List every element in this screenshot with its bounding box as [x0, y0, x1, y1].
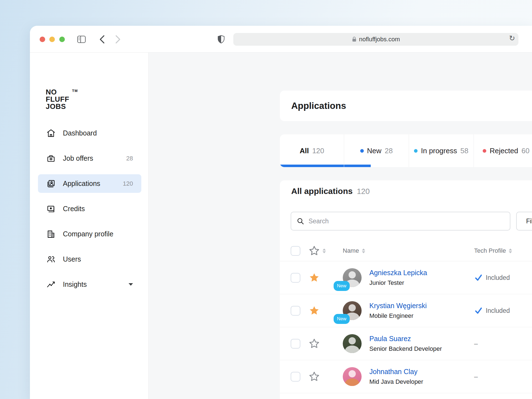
zoom-window-button[interactable] [59, 37, 65, 42]
sidebar-item-credits[interactable]: Credits [38, 200, 141, 218]
candidate-role: Mobile Engineer [369, 312, 427, 319]
sort-tech-profile[interactable] [509, 249, 512, 253]
applications-list-card: All applications 120 Filters Show only F… [280, 180, 532, 399]
tab-in-progress[interactable]: In progress 58 [409, 134, 474, 167]
new-badge: New [334, 281, 350, 291]
home-icon [46, 129, 56, 138]
tech-profile-empty: – [474, 373, 478, 380]
row-checkbox[interactable] [291, 372, 300, 382]
applications-count: 120 [123, 180, 133, 187]
sidebar-nav: Dashboard Job offers 28 Applications 120 [38, 124, 141, 300]
page-title: Applications [291, 101, 346, 111]
main-content: Applications All 120 New 28 In progress … [149, 53, 532, 399]
row-checkbox[interactable] [291, 306, 300, 316]
sidebar-item-users[interactable]: Users [38, 250, 141, 268]
in-progress-status-dot [414, 149, 418, 153]
briefcase-icon [46, 154, 56, 163]
table-body: New Agnieszka Lepicka Junior Tester Incl… [280, 261, 532, 399]
status-tabs: All 120 New 28 In progress 58 Rejected 6… [280, 134, 532, 167]
select-all-checkbox[interactable] [291, 246, 300, 256]
minimize-window-button[interactable] [49, 37, 55, 42]
candidate-name-link[interactable]: Krystian Węgierski [369, 302, 427, 310]
candidate-role: Junior Tester [369, 279, 427, 287]
tech-profile-empty: – [474, 340, 478, 347]
sidebar-item-applications[interactable]: Applications 120 [38, 174, 141, 193]
search-input-wrapper[interactable] [291, 212, 510, 231]
browser-window: nofluffjobs.com ↻ TM NO FLUFF JOBS Dashb… [30, 26, 532, 399]
included-check-icon [474, 273, 483, 282]
privacy-shield-icon[interactable] [217, 35, 226, 44]
search-input[interactable] [308, 218, 504, 225]
lock-icon [352, 36, 357, 42]
page-header-card: Applications [280, 91, 532, 121]
candidate-role: Mid Java Developer [369, 378, 423, 385]
new-badge: New [334, 314, 350, 324]
list-title: All applications [291, 186, 353, 196]
avatar: New [343, 301, 362, 320]
browser-chrome: nofluffjobs.com ↻ [30, 26, 532, 53]
candidate-name-link[interactable]: Paula Suarez [369, 335, 442, 343]
insights-icon [46, 280, 56, 289]
row-checkbox[interactable] [291, 339, 300, 349]
favorite-star-icon[interactable] [309, 305, 320, 316]
reload-icon[interactable]: ↻ [509, 34, 515, 42]
id-card-icon [46, 179, 56, 188]
row-checkbox[interactable] [291, 273, 300, 283]
favorite-star-icon[interactable] [309, 272, 320, 283]
forward-icon[interactable] [113, 35, 122, 44]
table-row[interactable]: New Krystian Węgierski Mobile Engineer I… [280, 294, 532, 327]
users-icon [46, 255, 56, 264]
filters-button[interactable]: Filters [516, 212, 532, 231]
candidate-name-link[interactable]: Agnieszka Lepicka [369, 269, 427, 277]
sidebar-item-insights[interactable]: Insights [38, 275, 141, 294]
avatar [343, 367, 362, 386]
sidebar-item-dashboard[interactable]: Dashboard [38, 124, 141, 142]
avatar [343, 334, 362, 353]
candidate-role: Senior Backend Developer [369, 345, 442, 352]
sort-name[interactable] [362, 249, 365, 253]
tab-all[interactable]: All 120 [280, 134, 344, 167]
favorite-star-icon[interactable] [309, 338, 320, 349]
url-text: nofluffjobs.com [359, 36, 400, 43]
sidebar-item-job-offers[interactable]: Job offers 28 [38, 149, 141, 168]
included-check-icon [474, 306, 483, 315]
tab-new[interactable]: New 28 [344, 134, 408, 167]
list-count: 120 [357, 187, 370, 196]
favorite-star-icon[interactable] [309, 371, 320, 382]
candidate-name-link[interactable]: Johnathan Clay [369, 368, 423, 376]
search-icon [297, 217, 304, 225]
sidebar-toggle-icon[interactable] [77, 35, 86, 44]
back-icon[interactable] [98, 35, 107, 44]
table-header: Name Tech Profile Location Sent date [280, 241, 532, 261]
rejected-status-dot [483, 149, 486, 153]
table-row[interactable]: New Agnieszka Lepicka Junior Tester Incl… [280, 261, 532, 294]
tab-rejected[interactable]: Rejected 60 [474, 134, 532, 167]
close-window-button[interactable] [40, 37, 45, 42]
sort-star[interactable] [323, 249, 326, 253]
building-icon [46, 229, 56, 239]
star-column-icon[interactable] [309, 245, 320, 256]
credits-icon [46, 204, 56, 214]
new-status-dot [360, 149, 364, 153]
sidebar: TM NO FLUFF JOBS Dashboard Job offers 28 [30, 53, 149, 399]
logo-tm: TM [72, 87, 78, 94]
list-toolbar: Filters Show only Favor [280, 212, 532, 231]
nofluffjobs-logo: TM NO FLUFF JOBS [46, 88, 69, 110]
address-bar[interactable]: nofluffjobs.com ↻ [233, 33, 518, 46]
table-row[interactable]: Paula Suarez Senior Backend Developer – … [280, 327, 532, 360]
sidebar-item-company-profile[interactable]: Company profile [38, 225, 141, 243]
chevron-down-icon[interactable] [129, 283, 133, 286]
table-row[interactable]: Alessandro Bentley Java Developer Includ… [280, 393, 532, 399]
table-row[interactable]: Johnathan Clay Mid Java Developer – Wroc… [280, 360, 532, 393]
job-offers-count: 28 [126, 155, 133, 162]
avatar: New [343, 268, 362, 287]
